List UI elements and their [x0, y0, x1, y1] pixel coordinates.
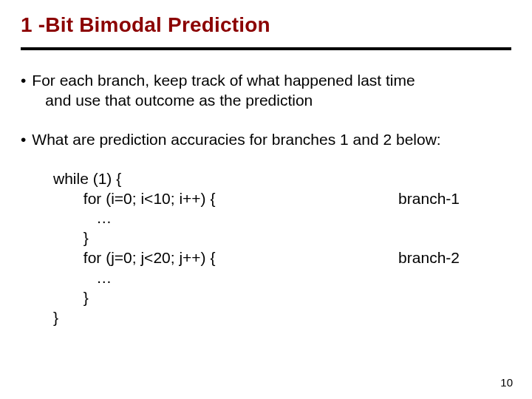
bullet-text: For each branch, keep track of what happ…	[32, 71, 511, 111]
slide: 1 -Bit Bimodal Prediction • For each bra…	[0, 0, 532, 399]
code-annotation: branch-2	[398, 248, 511, 268]
bullet-line: What are prediction accuracies for branc…	[32, 131, 440, 148]
code-text: for (i=0; i<10; i++) {	[53, 189, 215, 209]
code-text: }	[53, 228, 89, 248]
title-divider	[21, 47, 511, 50]
code-block: while (1) { for (i=0; i<10; i++) { branc…	[53, 169, 511, 328]
bullet-line: and use that outcome as the prediction	[32, 91, 511, 111]
code-text: }	[53, 308, 58, 328]
bullet-item: • What are prediction accuracies for bra…	[21, 130, 511, 150]
page-number: 10	[500, 376, 513, 389]
bullet-line: For each branch, keep track of what happ…	[32, 72, 415, 89]
bullet-dot-icon: •	[21, 130, 32, 150]
code-text: for (j=0; j<20; j++) {	[53, 248, 215, 268]
code-text: …	[53, 208, 112, 228]
code-text: }	[53, 288, 89, 308]
code-line: }	[53, 308, 511, 328]
slide-title: 1 -Bit Bimodal Prediction	[21, 13, 511, 37]
code-line: …	[53, 268, 511, 288]
bullet-list: • For each branch, keep track of what ha…	[21, 71, 511, 150]
code-line: }	[53, 228, 511, 248]
bullet-item: • For each branch, keep track of what ha…	[21, 71, 511, 111]
code-line: }	[53, 288, 511, 308]
code-line: …	[53, 208, 511, 228]
bullet-dot-icon: •	[21, 71, 32, 111]
code-annotation: branch-1	[398, 189, 511, 209]
code-line: while (1) {	[53, 169, 511, 189]
code-text: …	[53, 268, 112, 288]
code-text: while (1) {	[53, 169, 121, 189]
code-line: for (i=0; i<10; i++) { branch-1	[53, 189, 511, 209]
code-line: for (j=0; j<20; j++) { branch-2	[53, 248, 511, 268]
bullet-text: What are prediction accuracies for branc…	[32, 130, 511, 150]
